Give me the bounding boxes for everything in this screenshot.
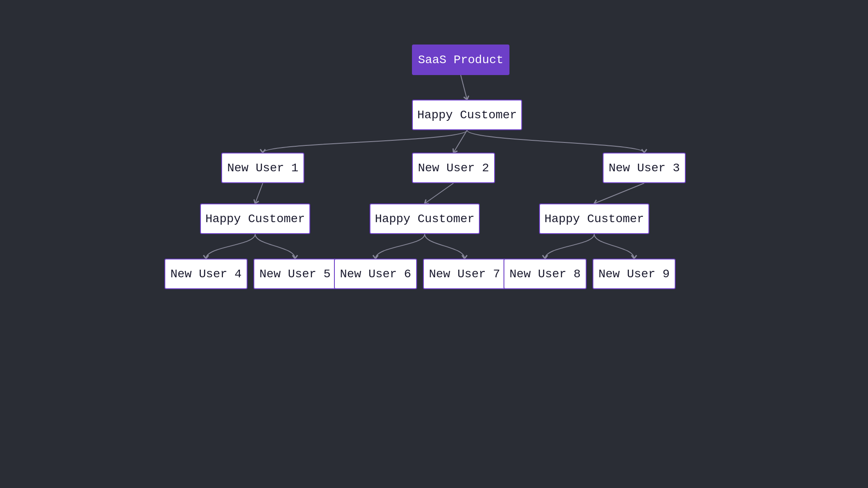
- svg-line-3: [425, 183, 453, 204]
- tree-diagram: SaaS Product Happy Customer New User 1 N…: [0, 0, 868, 488]
- node-new-user-8-label: New User 8: [509, 268, 581, 281]
- node-new-user-2[interactable]: New User 2: [412, 153, 495, 183]
- node-new-user-3[interactable]: New User 3: [603, 153, 686, 183]
- node-happy-customer-root[interactable]: Happy Customer: [412, 100, 522, 130]
- node-new-user-5[interactable]: New User 5: [253, 259, 337, 289]
- node-new-user-5-label: New User 5: [259, 268, 331, 281]
- node-new-user-6[interactable]: New User 6: [334, 259, 417, 289]
- node-saas-product[interactable]: SaaS Product: [412, 45, 509, 75]
- node-new-user-1-label: New User 1: [227, 162, 298, 175]
- node-new-user-9-label: New User 9: [598, 268, 670, 281]
- node-new-user-7[interactable]: New User 7: [423, 259, 506, 289]
- node-happy-customer-root-label: Happy Customer: [417, 109, 517, 122]
- node-happy-customer-1[interactable]: Happy Customer: [200, 204, 310, 234]
- node-new-user-7-label: New User 7: [429, 268, 500, 281]
- node-happy-customer-1-label: Happy Customer: [205, 212, 305, 226]
- node-new-user-1[interactable]: New User 1: [221, 153, 304, 183]
- svg-line-2: [255, 183, 263, 204]
- svg-line-1: [453, 130, 467, 153]
- node-new-user-2-label: New User 2: [418, 162, 489, 175]
- node-new-user-6-label: New User 6: [340, 268, 411, 281]
- node-happy-customer-2[interactable]: Happy Customer: [370, 204, 480, 234]
- node-new-user-4[interactable]: New User 4: [164, 259, 248, 289]
- node-new-user-8[interactable]: New User 8: [504, 259, 587, 289]
- node-new-user-9[interactable]: New User 9: [593, 259, 676, 289]
- node-happy-customer-3[interactable]: Happy Customer: [539, 204, 649, 234]
- node-happy-customer-2-label: Happy Customer: [375, 212, 474, 226]
- svg-line-0: [461, 75, 467, 100]
- node-new-user-4-label: New User 4: [170, 268, 242, 281]
- node-new-user-3-label: New User 3: [609, 162, 680, 175]
- svg-line-4: [594, 183, 644, 204]
- node-saas-product-label: SaaS Product: [418, 53, 504, 67]
- node-happy-customer-3-label: Happy Customer: [544, 212, 644, 226]
